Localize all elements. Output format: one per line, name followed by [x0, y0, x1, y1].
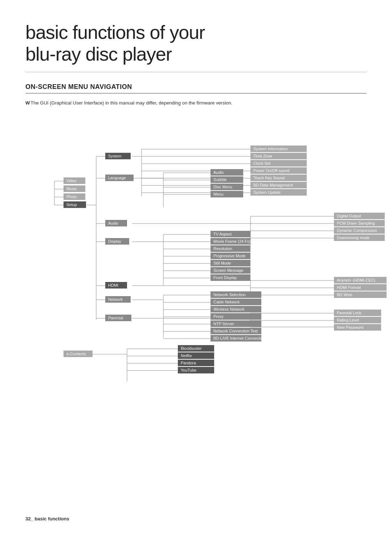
menu-lang-audio: Audio [211, 169, 243, 176]
menu-audio-downmix: Downmixing mode [334, 234, 385, 241]
menu-net-wireless: Wireless Network [211, 306, 261, 312]
page-title: basic functions of your blu-ray disc pla… [25, 22, 367, 65]
menu-net-conntest: Network Connection Test [211, 328, 261, 334]
menu-pandora: Pandora [178, 360, 214, 366]
menu-audio-digital: Digital Output [334, 213, 385, 219]
menu-display: Display [105, 238, 129, 245]
menu-lang-subtitle: Subtitle [211, 176, 243, 183]
menu-sys-clockset: Clock Set [250, 160, 307, 167]
menu-net-cable: Cable Network [211, 299, 261, 305]
menu-diagram: Video Music Photo Setup System Language … [25, 116, 367, 392]
menu-music: Music [64, 185, 85, 192]
menu-youtube: YouTube [178, 367, 214, 373]
menu-lang-menu: Menu [211, 191, 243, 197]
menu-video: Video [64, 177, 85, 184]
menu-hdmi: HDMI [105, 282, 127, 289]
menu-audio-pcm: PCM Down Sampling [334, 220, 385, 226]
menu-sys-bddata: BD Data Management [250, 182, 307, 188]
section-heading: ON-SCREEN MENU NAVIGATION [25, 83, 367, 94]
menu-sys-update: System Update [250, 189, 307, 196]
menu-disp-stillmode: Still Mode [211, 260, 250, 266]
menu-hdmi-format: HDMI Format [334, 284, 387, 291]
menu-sys-touchkey: Touch Key Sound [250, 175, 307, 181]
footer-text: 32_ basic functions [25, 516, 69, 521]
menu-lang-discmenu: Disc Menu [211, 184, 243, 190]
menu-photo: Photo [64, 193, 85, 200]
menu-language: Language [105, 175, 134, 181]
menu-netflix: Netflix [178, 352, 214, 359]
menu-hdmi-bdwise: BD Wise [334, 291, 387, 298]
menu-audio: Audio [105, 220, 127, 226]
menu-hdmi-anynet: Anynet+ (HDMI-CEC) [334, 277, 387, 283]
menu-audio-dyncomp: Dynamic Compression [334, 227, 385, 234]
menu-disp-resolution: Resolution [211, 245, 250, 252]
menu-sys-timezone: Time Zone [250, 153, 307, 159]
menu-blockbuster: Blockbuster [178, 345, 214, 352]
intro-mark: W [25, 100, 30, 106]
menu-par-lock: Parental Lock [334, 310, 381, 316]
menu-net-bdlive: BD-LIVE Internet Connection [211, 335, 261, 341]
menu-sys-poweroffsound: Power On/Off sound [250, 167, 307, 174]
menu-disp-movieframe: Movie Frame (24 Fs) [211, 238, 250, 245]
menu-system: System [105, 153, 131, 159]
menu-net-selection: Network Selection [211, 291, 261, 298]
menu-disp-screenmsg: Screen Message [211, 267, 250, 274]
menu-net-ntp: NTP Server [211, 320, 261, 327]
intro-paragraph: WThe GUI (Graphical User Interface) in t… [25, 100, 367, 106]
menu-disp-progressive: Progressive Mode [211, 253, 250, 259]
menu-par-password: New Password [334, 324, 381, 331]
menu-parental: Parental [105, 315, 131, 321]
menu-par-rating: Rating Level [334, 317, 381, 323]
menu-net-proxy: Proxy [211, 313, 261, 320]
menu-network: Network [105, 296, 131, 303]
menu-disp-tvaspect: TV Aspect [211, 231, 250, 237]
menu-econtents: e-Contents [64, 351, 93, 357]
menu-disp-frontdisp: Front Display [211, 274, 250, 281]
menu-sys-info: System Information [250, 146, 307, 152]
menu-setup: Setup [64, 201, 86, 208]
